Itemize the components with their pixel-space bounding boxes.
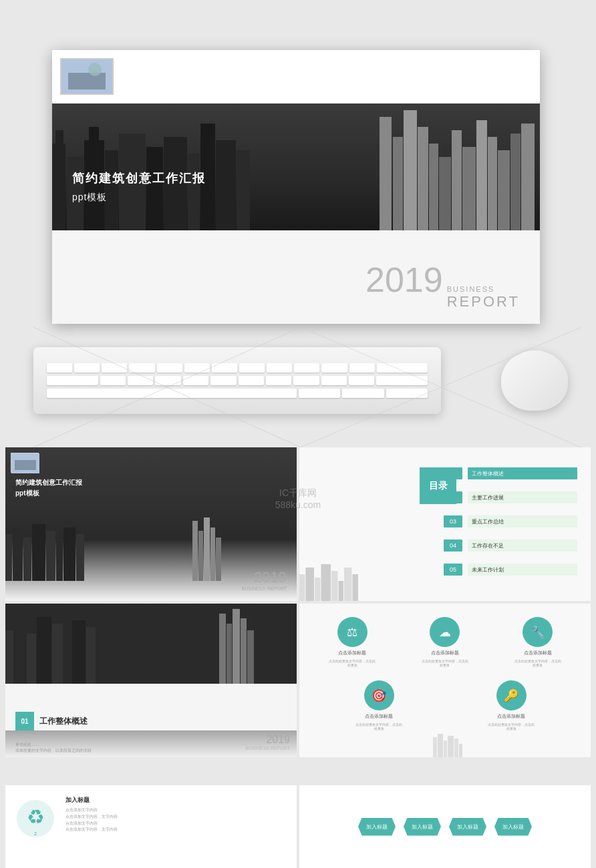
keyboard-section [33, 347, 568, 427]
toc-text-3: 重点工作总结 [468, 515, 577, 527]
svg-rect-52 [331, 571, 337, 601]
mini-year-text: 2019 BUSINESS REPORT [242, 569, 287, 591]
hexagon-btn-2[interactable]: 加入标题 [404, 818, 441, 836]
key [321, 376, 347, 385]
svg-rect-19 [418, 127, 428, 230]
key [157, 363, 182, 373]
svg-rect-55 [353, 574, 358, 601]
toc-num-3: 03 [444, 515, 462, 527]
svg-rect-65 [96, 614, 113, 690]
svg-rect-49 [305, 568, 314, 601]
mini-title-text: 简约建筑创意工作汇报 ppt模板 [15, 477, 82, 499]
svg-rect-34 [15, 460, 36, 470]
svg-rect-73 [444, 740, 447, 757]
svg-rect-63 [72, 620, 86, 690]
slide-year-section: 2019 BUSINESS REPORT [365, 262, 520, 310]
svg-rect-53 [339, 581, 343, 601]
slide-title-area: 简约建筑创意工作汇报 ppt模板 [72, 170, 206, 204]
svg-rect-7 [89, 127, 99, 144]
mini-slide-2[interactable]: 目录 01 工作整体概述 02 主要工作进展 03 重点工作总结 04 工作存在… [299, 447, 591, 601]
key [47, 376, 98, 385]
svg-rect-45 [204, 517, 210, 581]
slide-main-title: 简约建筑创意工作汇报 [72, 170, 206, 186]
bottom-slides: ♻ 2 加入标题 点击添加文字内容 点击添加文字内容，文字内容 点击添加文字内容… [5, 785, 591, 868]
mini-slide-4[interactable]: ⚖ 点击添加标题 点击此处更改文字内容，点击此处更改 ☁ 点击添加标题 点击此处… [299, 604, 591, 757]
key [293, 376, 319, 385]
key [266, 376, 291, 385]
key [386, 389, 428, 398]
key [342, 389, 384, 398]
svg-rect-27 [510, 134, 520, 230]
icon-desc-5: 点击此处更改文字内容，点击此处更改 [488, 722, 535, 730]
icon-circle-5: 🔑 [496, 680, 527, 710]
svg-rect-35 [5, 534, 12, 581]
toc-text-5: 未来工作计划 [468, 564, 577, 576]
mini-slide-3[interactable]: 01 工作整体概述 单击此处…… 添加您要的文字内容，以及段落之间的关联 201… [5, 604, 297, 757]
svg-rect-28 [521, 124, 535, 230]
icon-item-3: 🔧 点击添加标题 点击此处更改文字内容，点击此处更改 [514, 617, 561, 667]
key [155, 376, 180, 385]
hexagon-btn-4[interactable]: 加入标题 [494, 818, 532, 836]
mini-slide-1[interactable]: 简约建筑创意工作汇报 ppt模板 2019 BUSINESS REPORT [5, 447, 297, 601]
toc-item-1: 01 工作整体概述 [444, 467, 577, 479]
slide-dark-section: 简约建筑创意工作汇报 ppt模板 [52, 103, 540, 230]
svg-rect-54 [344, 568, 352, 601]
svg-rect-15 [237, 150, 250, 230]
icon-label-3: 点击添加标题 [524, 650, 552, 656]
key [212, 363, 237, 373]
key [210, 376, 236, 385]
keyboard-image [33, 347, 441, 414]
svg-rect-26 [498, 150, 510, 230]
key [129, 363, 154, 373]
svg-rect-64 [86, 627, 96, 690]
hexagon-btn-3[interactable]: 加入标题 [449, 818, 486, 836]
svg-rect-4 [55, 130, 63, 144]
toc-text-4: 工作存在不足 [468, 539, 577, 552]
svg-rect-59 [27, 634, 36, 690]
toc-item-4: 04 工作存在不足 [444, 539, 577, 552]
bottom-slide-right[interactable]: 加入标题 加入标题 加入标题 加入标题 [299, 785, 591, 868]
key [184, 363, 210, 373]
svg-rect-24 [476, 120, 487, 230]
icon-circle-4: 🎯 [364, 680, 394, 710]
icon-label-1: 点击添加标题 [338, 650, 366, 656]
slide-year: 2019 [365, 262, 443, 297]
svg-rect-76 [459, 744, 462, 757]
svg-rect-70 [247, 630, 254, 690]
svg-rect-39 [46, 531, 55, 581]
icon-item-4: 🎯 点击添加标题 点击此处更改文字内容，点击此处更改 [355, 680, 402, 730]
svg-text:♻: ♻ [27, 806, 45, 828]
key [299, 389, 340, 398]
slide-thumbnail [60, 58, 114, 95]
svg-rect-40 [56, 541, 63, 581]
hexagon-btn-1[interactable]: 加入标题 [358, 818, 396, 836]
svg-rect-75 [454, 738, 458, 757]
svg-rect-69 [241, 618, 247, 690]
svg-rect-1 [68, 73, 106, 89]
svg-rect-3 [52, 144, 65, 230]
svg-rect-46 [210, 527, 215, 581]
toc-num-4: 04 [444, 539, 462, 552]
key [239, 363, 265, 373]
key [100, 376, 126, 385]
key [128, 376, 153, 385]
key-space [47, 389, 297, 398]
slide-main-subtitle: ppt模板 [72, 192, 206, 204]
svg-rect-43 [192, 521, 198, 581]
svg-rect-71 [433, 737, 437, 757]
slide-business: BUSINESS [447, 285, 495, 293]
key [349, 363, 375, 373]
toc-item-2: 02 主要工作进展 [444, 491, 577, 503]
bottom-slide-left[interactable]: ♻ 2 加入标题 点击添加文字内容 点击添加文字内容，文字内容 点击添加文字内容… [5, 785, 297, 868]
svg-rect-18 [404, 110, 417, 230]
svg-rect-42 [76, 534, 84, 581]
icon-circle-1: ⚖ [337, 617, 367, 647]
svg-rect-21 [439, 157, 451, 230]
icon-row-2: 🎯 点击添加标题 点击此处更改文字内容，点击此处更改 🔑 点击添加标题 点击此处… [299, 680, 591, 730]
svg-rect-41 [63, 527, 76, 581]
svg-rect-20 [429, 144, 438, 230]
svg-rect-47 [216, 537, 221, 581]
key [74, 363, 100, 373]
key [267, 363, 292, 373]
key [294, 363, 319, 373]
